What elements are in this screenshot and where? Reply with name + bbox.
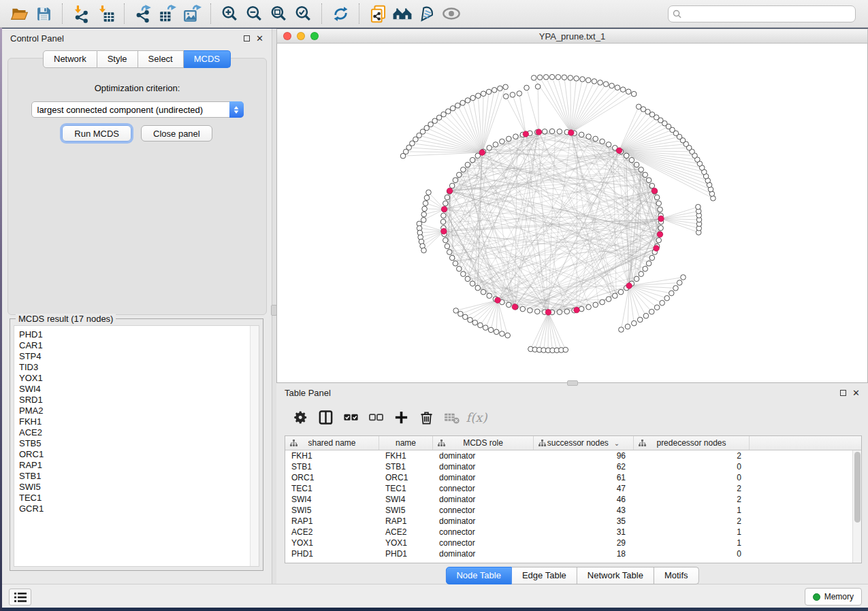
list-item[interactable]: STB1 [19, 471, 259, 482]
tab-edge-table[interactable]: Edge Table [512, 567, 577, 584]
list-item[interactable]: STP4 [19, 351, 259, 362]
result-scrollbar[interactable] [250, 326, 259, 566]
table-row[interactable]: ORC1ORC1dominator610 [285, 472, 861, 483]
table-cell: SWI5 [379, 506, 433, 515]
list-item[interactable]: PHD1 [19, 329, 259, 340]
zoom-in-icon[interactable] [217, 3, 242, 24]
deselect-all-icon[interactable] [366, 407, 386, 427]
task-history-button[interactable] [9, 589, 31, 606]
criterion-dropdown[interactable]: largest connected component (undirected) [31, 101, 244, 118]
close-panel-icon[interactable]: ✕ [256, 34, 263, 43]
share-document-icon[interactable] [366, 3, 390, 24]
table-tabs: Node TableEdge TableNetwork TableMotifs [445, 567, 698, 584]
style-icon[interactable] [415, 3, 439, 24]
table-cell: STB1 [379, 462, 433, 472]
list-item[interactable]: SRD1 [19, 395, 259, 406]
export-network-icon[interactable] [131, 3, 155, 24]
list-item[interactable]: SWI5 [19, 482, 259, 493]
table-row[interactable]: SWI4SWI4dominator462 [285, 494, 861, 505]
list-item[interactable]: CAR1 [19, 340, 259, 351]
network-window-titlebar[interactable]: YPA_prune.txt_1 [276, 29, 868, 44]
search-input[interactable] [668, 5, 856, 22]
list-item[interactable]: TEC1 [19, 493, 259, 503]
table-row[interactable]: SWI5SWI5connector431 [285, 505, 861, 516]
table-splitter-grip[interactable] [567, 380, 578, 386]
memory-button[interactable]: Memory [805, 588, 862, 606]
table-scrollbar-thumb[interactable] [854, 452, 861, 523]
minimize-window-icon[interactable] [297, 32, 305, 40]
export-table-icon[interactable] [155, 3, 180, 24]
run-mcds-button[interactable]: Run MCDS [62, 125, 131, 142]
table-row[interactable]: ACE2ACE2connector311 [285, 527, 861, 538]
table-row[interactable]: PHD1PHD1dominator180 [285, 548, 861, 559]
column-header-MCDS-role[interactable]: MCDS role [433, 436, 534, 450]
export-image-icon[interactable] [180, 3, 204, 24]
columns-icon[interactable] [315, 407, 336, 427]
delete-icon[interactable] [416, 407, 436, 427]
table-row[interactable]: YOX1YOX1connector291 [285, 538, 861, 548]
close-panel-button[interactable]: Close panel [141, 125, 212, 142]
table-cell: 1 [634, 527, 750, 537]
network-canvas[interactable] [276, 44, 868, 383]
import-network-icon[interactable] [69, 3, 93, 24]
show-hide-icon[interactable] [439, 3, 464, 24]
table-cell: 2 [634, 516, 750, 526]
list-item[interactable]: GCR1 [19, 503, 259, 514]
table-row[interactable]: FKH1FKH1dominator962 [285, 450, 861, 461]
close-table-panel-icon[interactable]: ✕ [852, 389, 860, 397]
zoom-fit-icon[interactable] [266, 3, 291, 24]
close-window-icon[interactable] [283, 32, 291, 40]
table-toolbar: f(x) [276, 401, 868, 433]
table-cell: dominator [433, 495, 534, 504]
list-item[interactable]: RAP1 [19, 460, 259, 471]
table-row[interactable]: STB1STB1dominator620 [285, 461, 861, 472]
tab-network[interactable]: Network [43, 50, 97, 68]
table-panel: Table Panel ✕ f(x) shared namenameMCDS r… [276, 383, 868, 584]
table-cell: STB1 [285, 462, 379, 472]
criterion-label: Optimization criterion: [8, 83, 266, 93]
first-neighbors-icon[interactable] [328, 3, 353, 24]
tab-mcds[interactable]: MCDS [184, 50, 231, 68]
column-header-predecessor-nodes[interactable]: predecessor nodes [634, 436, 750, 450]
mcds-result-list[interactable]: PHD1CAR1STP4TID3YOX1SWI4SRD1PMA2FKH1ACE2… [14, 325, 259, 567]
float-table-panel-icon[interactable] [840, 390, 846, 396]
select-all-icon[interactable] [340, 407, 361, 427]
list-item[interactable]: ACE2 [19, 427, 259, 438]
table-scrollbar[interactable] [852, 450, 861, 563]
import-table-icon[interactable] [93, 3, 118, 24]
list-item[interactable]: ORC1 [19, 449, 259, 460]
column-header-shared-name[interactable]: shared name [285, 436, 379, 450]
tab-style[interactable]: Style [97, 50, 138, 68]
list-item[interactable]: STB5 [19, 438, 259, 449]
table-cell: SWI4 [285, 495, 379, 504]
column-header-successor-nodes[interactable]: successor nodes⌄ [534, 436, 634, 450]
table-cell: 2 [634, 495, 750, 504]
zoom-selected-icon[interactable] [291, 3, 315, 24]
table-cell: PHD1 [379, 549, 433, 559]
table-cell: 43 [534, 506, 634, 515]
open-file-icon[interactable] [7, 3, 31, 24]
list-item[interactable]: TID3 [19, 362, 259, 373]
column-header-name[interactable]: name [379, 436, 433, 450]
tab-network-table[interactable]: Network Table [577, 567, 654, 584]
home-icon[interactable] [390, 3, 415, 24]
list-item[interactable]: SWI4 [19, 384, 259, 395]
gear-icon[interactable] [290, 407, 310, 427]
save-session-icon[interactable] [31, 3, 56, 24]
table-cell: 2 [634, 451, 750, 461]
list-item[interactable]: FKH1 [19, 416, 259, 427]
zoom-out-icon[interactable] [242, 3, 266, 24]
node-table-body: FKH1FKH1dominator962STB1STB1dominator620… [285, 450, 861, 559]
table-row[interactable]: TEC1TEC1connector472 [285, 483, 861, 494]
tab-select[interactable]: Select [138, 50, 184, 68]
list-item[interactable]: YOX1 [19, 373, 259, 384]
zoom-window-icon[interactable] [310, 32, 319, 40]
table-row[interactable]: RAP1RAP1dominator352 [285, 516, 861, 527]
mcds-result-items: PHD1CAR1STP4TID3YOX1SWI4SRD1PMA2FKH1ACE2… [14, 326, 259, 514]
tab-node-table[interactable]: Node Table [445, 567, 512, 584]
list-item[interactable]: PMA2 [19, 406, 259, 416]
table-cell: ACE2 [379, 527, 433, 537]
add-icon[interactable] [391, 407, 411, 427]
float-panel-icon[interactable] [244, 35, 250, 42]
tab-motifs[interactable]: Motifs [654, 567, 699, 584]
